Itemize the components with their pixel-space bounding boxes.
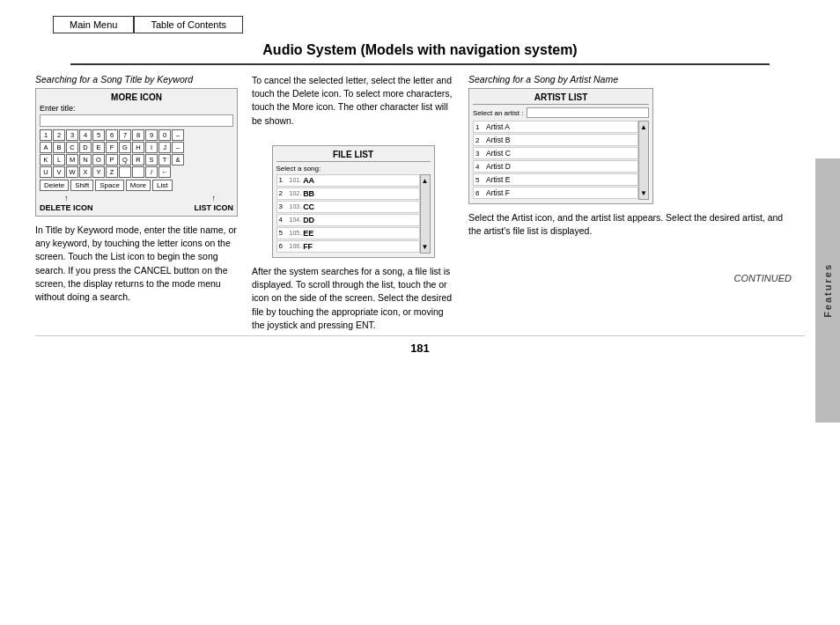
key-0[interactable]: 0 bbox=[158, 129, 171, 141]
file-list-rows: 1 101. AA 2 102. BB 3 103. CC bbox=[276, 174, 420, 254]
list-button[interactable]: List bbox=[152, 180, 172, 191]
list-item[interactable]: 4 Artist D bbox=[473, 160, 638, 173]
delete-icon-label: DELETE ICON bbox=[40, 203, 93, 212]
list-item[interactable]: 1 Artist A bbox=[473, 121, 638, 133]
key-l[interactable]: L bbox=[53, 154, 65, 165]
key-space1[interactable] bbox=[119, 166, 131, 178]
key-slash[interactable]: / bbox=[145, 166, 158, 178]
key-b[interactable]: B bbox=[53, 142, 65, 153]
shift-button[interactable]: Shift bbox=[70, 180, 93, 191]
list-item[interactable]: 5 Artist E bbox=[473, 173, 638, 186]
more-button[interactable]: More bbox=[126, 180, 151, 191]
right-column: Searching for a Song by Artist Name ARTI… bbox=[468, 74, 792, 332]
artist-select-label: Select an artist : bbox=[473, 109, 523, 117]
kb-row-numbers: 1 2 3 4 5 6 7 8 9 0 – bbox=[40, 129, 233, 141]
key-6[interactable]: 6 bbox=[106, 129, 118, 141]
key-d[interactable]: D bbox=[79, 142, 92, 153]
list-item[interactable]: 6 Artist F bbox=[473, 187, 638, 199]
key-8[interactable]: 8 bbox=[132, 129, 144, 141]
list-item[interactable]: 3 Artist C bbox=[473, 147, 638, 159]
kb-row-kt: K L M N O P Q R S T & bbox=[40, 154, 233, 165]
key-x[interactable]: X bbox=[79, 166, 92, 178]
key-f[interactable]: F bbox=[106, 142, 118, 153]
key-r[interactable]: R bbox=[132, 154, 144, 165]
list-item[interactable]: 3 103. CC bbox=[276, 201, 420, 213]
artist-list-scrollbar[interactable]: ▲ ▼ bbox=[638, 121, 649, 200]
key-a[interactable]: A bbox=[40, 142, 52, 153]
key-o[interactable]: O bbox=[92, 154, 105, 165]
key-y[interactable]: Y bbox=[92, 166, 105, 178]
list-item[interactable]: 4 104. DD bbox=[276, 214, 420, 226]
key-c[interactable]: C bbox=[66, 142, 78, 153]
scroll-up-arrow[interactable]: ▲ bbox=[422, 177, 429, 185]
kb-row-uz: U V W X Y Z / ← bbox=[40, 166, 233, 178]
key-t[interactable]: T bbox=[158, 154, 171, 165]
key-p[interactable]: P bbox=[106, 154, 118, 165]
key-backspace[interactable]: ← bbox=[158, 166, 171, 178]
list-icon-label: LIST ICON bbox=[195, 203, 234, 212]
key-u[interactable]: U bbox=[40, 166, 52, 178]
delete-icon-area: ↑ DELETE ICON bbox=[40, 194, 93, 212]
center-intro-text: To cancel the selected letter, select th… bbox=[252, 74, 454, 128]
table-of-contents-button[interactable]: Table of Contents bbox=[134, 16, 243, 33]
list-item[interactable]: 5 105. EE bbox=[276, 227, 420, 239]
key-h[interactable]: H bbox=[132, 142, 144, 153]
key-7[interactable]: 7 bbox=[119, 129, 131, 141]
features-sidebar: Features bbox=[815, 158, 840, 423]
artist-scroll-down-arrow[interactable]: ▼ bbox=[640, 189, 647, 197]
key-g[interactable]: G bbox=[119, 142, 131, 153]
list-item[interactable]: 6 106. FF bbox=[276, 240, 420, 253]
page-title: Audio System (Models with navigation sys… bbox=[70, 33, 770, 65]
delete-button[interactable]: Delete bbox=[40, 180, 69, 191]
key-space2[interactable] bbox=[132, 166, 144, 178]
key-amp[interactable]: & bbox=[172, 154, 184, 165]
key-3[interactable]: 3 bbox=[66, 129, 78, 141]
file-list-title: FILE LIST bbox=[276, 150, 431, 162]
center-column: To cancel the selected letter, select th… bbox=[252, 74, 454, 332]
page-number: 181 bbox=[35, 335, 805, 355]
artist-list-container: 1 Artist A 2 Artist B 3 Artist C 4 Artis… bbox=[473, 121, 649, 200]
list-item[interactable]: 1 101. AA bbox=[276, 174, 420, 187]
top-nav: Main Menu Table of Contents bbox=[0, 0, 840, 33]
left-body-text: In Title by Keyword mode, enter the titl… bbox=[35, 224, 238, 304]
artist-input[interactable] bbox=[527, 107, 649, 118]
key-m[interactable]: M bbox=[66, 154, 78, 165]
key-k[interactable]: K bbox=[40, 154, 52, 165]
file-list-scrollbar[interactable]: ▲ ▼ bbox=[420, 174, 431, 254]
artist-list-title: ARTIST LIST bbox=[473, 92, 649, 105]
list-icon-area: ↑ LIST ICON bbox=[195, 194, 234, 212]
main-menu-button[interactable]: Main Menu bbox=[53, 16, 134, 33]
key-dash2[interactable]: – bbox=[172, 142, 184, 153]
key-v[interactable]: V bbox=[53, 166, 65, 178]
scroll-down-arrow[interactable]: ▼ bbox=[422, 243, 429, 251]
sidebar-label: Features bbox=[822, 263, 833, 318]
artist-rows-area: 1 Artist A 2 Artist B 3 Artist C 4 Artis… bbox=[473, 121, 638, 200]
enter-title-label: Enter title: bbox=[40, 104, 233, 113]
artist-scroll-up-arrow[interactable]: ▲ bbox=[640, 123, 647, 131]
space-button[interactable]: Space bbox=[95, 180, 124, 191]
key-1[interactable]: 1 bbox=[40, 129, 52, 141]
key-2[interactable]: 2 bbox=[53, 129, 65, 141]
key-dash1[interactable]: – bbox=[172, 129, 184, 141]
key-j[interactable]: J bbox=[158, 142, 171, 153]
key-9[interactable]: 9 bbox=[145, 129, 158, 141]
key-i[interactable]: I bbox=[145, 142, 158, 153]
right-section-title: Searching for a Song by Artist Name bbox=[468, 74, 792, 85]
list-item[interactable]: 2 102. BB bbox=[276, 188, 420, 200]
kb-bottom-row: Delete Shift Space More List bbox=[40, 180, 233, 191]
keyboard-diagram: MORE ICON Enter title: 1 2 3 4 5 6 7 8 9… bbox=[35, 88, 238, 217]
key-n[interactable]: N bbox=[79, 154, 92, 165]
left-section-title: Searching for a Song Title by Keyword bbox=[35, 74, 238, 85]
list-item[interactable]: 2 Artist B bbox=[473, 134, 638, 146]
key-z[interactable]: Z bbox=[106, 166, 118, 178]
key-e[interactable]: E bbox=[92, 142, 105, 153]
key-q[interactable]: Q bbox=[119, 154, 131, 165]
more-icon-label: MORE ICON bbox=[40, 92, 233, 102]
key-4[interactable]: 4 bbox=[79, 129, 92, 141]
continued-label: CONTINUED bbox=[468, 273, 792, 283]
left-column: Searching for a Song Title by Keyword MO… bbox=[35, 74, 238, 332]
keyword-input-box[interactable] bbox=[40, 114, 233, 127]
key-w[interactable]: W bbox=[66, 166, 78, 178]
key-5[interactable]: 5 bbox=[92, 129, 105, 141]
key-s[interactable]: S bbox=[145, 154, 158, 165]
